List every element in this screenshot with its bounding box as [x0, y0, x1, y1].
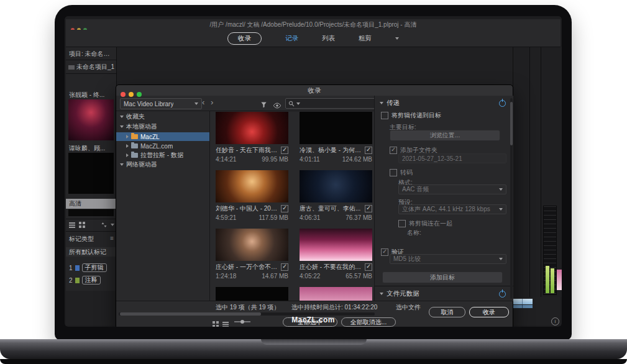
format-dropdown[interactable]: AAC 音频: [398, 184, 506, 194]
project-panel-header: 项目: 未命名项目: [69, 50, 115, 58]
stitch-checkbox[interactable]: [398, 220, 406, 227]
project-clip-thumbnail[interactable]: [68, 99, 114, 140]
hamburger-icon[interactable]: ≡: [110, 235, 114, 243]
window-title: /用户 /maczl/ 文稿 /Adobe/Prelude/10.0/Proje…: [66, 19, 561, 30]
expander-icon[interactable]: [120, 116, 124, 118]
browse-location-button[interactable]: 浏览位置...: [390, 130, 500, 141]
clip-card-partial[interactable]: [300, 287, 372, 301]
expander-icon[interactable]: [120, 125, 124, 128]
list-view-icon[interactable]: [69, 222, 75, 228]
clip-size: 117.59 MB: [259, 214, 288, 221]
tab-list[interactable]: 列表: [322, 34, 335, 43]
tree-item-network-drives[interactable]: 网络驱动器: [116, 160, 209, 169]
sort-menu-chevron-icon[interactable]: [111, 224, 114, 226]
expander-icon[interactable]: [126, 135, 129, 139]
project-clip-label[interactable]: 谭咏麟、顾...: [69, 144, 115, 153]
clip-thumbnail[interactable]: [216, 170, 288, 202]
clip-duration: 4:05:22: [300, 273, 320, 280]
verify-checkbox[interactable]: [381, 248, 388, 256]
marker-label[interactable]: 子剪辑: [82, 263, 107, 272]
marker-index: 1: [69, 265, 73, 271]
marker-color-chip: [75, 265, 80, 271]
project-clip-thumbnail[interactable]: [68, 209, 114, 216]
clip-thumbnail[interactable]: [216, 112, 288, 144]
clip-checkbox[interactable]: [365, 147, 372, 154]
filter-icon[interactable]: [260, 99, 267, 111]
clip-card-partial[interactable]: [216, 287, 288, 301]
stitch-row[interactable]: 将剪辑连在一起: [398, 219, 452, 228]
clip-thumbnail[interactable]: [216, 229, 288, 261]
power-icon[interactable]: [499, 291, 506, 298]
subfolder-name-field[interactable]: 2021-05-27_12-35-21: [398, 153, 506, 163]
thumbnail-view-icon[interactable]: [79, 222, 85, 228]
laptop-base: [0, 339, 627, 359]
clip-thumbnail[interactable]: [300, 229, 372, 261]
clip-card[interactable]: 冷漠、杨小曼 - 为何自... 4:01:11124.62 MB: [300, 112, 372, 163]
subfolder-checkbox[interactable]: [390, 147, 397, 154]
marker-types-header: 标记类型 ≡: [69, 235, 114, 243]
workspace-tab-bar: 收录 记录 列表 粗剪: [66, 30, 561, 47]
clip-checkbox[interactable]: [281, 263, 288, 271]
section-chevron-icon[interactable]: [380, 293, 383, 295]
clip-card[interactable]: 任妙音 - 天在下雨我在... 4:14:2199.95 MB: [216, 112, 288, 163]
clip-card[interactable]: 唐古、童可可、李佑... 4:06:3176.37 MB: [300, 170, 372, 221]
tab-logging[interactable]: 记录: [285, 34, 298, 43]
marker-label[interactable]: 注释: [82, 276, 101, 284]
expander-icon[interactable]: [120, 163, 124, 166]
clip-card[interactable]: 庄心妍 - 不要在我的伤... 4:05:2265.57 MB: [300, 229, 372, 280]
tree-item-local-drives[interactable]: 本地驱动器: [116, 122, 209, 131]
marker-row[interactable]: 1 子剪辑: [69, 263, 107, 272]
folder-icon: [131, 134, 138, 139]
clip-title: 刘德华 - 中国人 - 2011 ...: [216, 204, 279, 213]
clip-checkbox[interactable]: [365, 205, 372, 212]
file-metadata-header[interactable]: 文件元数据: [380, 289, 419, 298]
tree-item-maczl[interactable]: MacZL: [116, 132, 209, 141]
tree-item-laplace-data[interactable]: 拉普拉斯 - 数据: [116, 151, 209, 160]
chevron-down-icon: [499, 208, 503, 211]
project-clip-label-selected[interactable]: 高清: [66, 199, 116, 209]
tree-item-maczl-com[interactable]: MacZL.com: [116, 142, 209, 150]
folder-icon: [131, 143, 138, 148]
transcode-checkbox[interactable]: [390, 169, 397, 176]
add-target-button[interactable]: 添加目标: [382, 271, 503, 283]
section-chevron-icon[interactable]: [380, 102, 383, 104]
transcode-row[interactable]: 转码: [390, 168, 413, 177]
clip-checkbox[interactable]: [281, 147, 288, 154]
clip-checkbox[interactable]: [365, 263, 372, 271]
sort-icon[interactable]: [101, 222, 107, 228]
transfer-enable-row[interactable]: 将剪辑传递到目标: [381, 111, 441, 120]
power-icon[interactable]: [499, 100, 506, 107]
project-panel: 项目: 未命名项目 未命名项目_1 张靓颖 - 终... 谭咏麟、顾... 高清: [66, 47, 117, 291]
clip-card[interactable]: 庄心妍 - 一万个舍不得 -... 1:24:1814.67 MB: [216, 229, 288, 280]
tab-rough-cut[interactable]: 粗剪: [359, 34, 372, 43]
marker-set-label[interactable]: 所有默认标记: [66, 247, 116, 257]
verify-method-dropdown[interactable]: MD5 比较: [390, 254, 506, 264]
marker-row[interactable]: 2 注释: [69, 276, 101, 284]
project-view-controls: [69, 222, 114, 228]
laptop-base-notch: [261, 339, 367, 345]
tab-ingest[interactable]: 收录: [227, 32, 262, 45]
workspace-menu-chevron-icon[interactable]: [395, 37, 399, 40]
magnifier-icon: [288, 101, 295, 107]
forward-icon[interactable]: ›: [211, 98, 213, 107]
selected-count: 选中 19 项（共 19 项）: [216, 303, 280, 312]
expander-icon[interactable]: [126, 144, 129, 148]
eye-icon[interactable]: [273, 100, 281, 111]
back-icon[interactable]: ‹: [202, 98, 204, 107]
laptop-screen: /用户 /maczl/ 文稿 /Adobe/Prelude/10.0/Proje…: [65, 16, 562, 327]
chevron-down-icon: [195, 102, 198, 105]
transfer-checkbox[interactable]: [381, 112, 388, 119]
tree-item-favorites[interactable]: 收藏夹: [116, 112, 209, 121]
project-item[interactable]: 未命名项目_1: [68, 63, 114, 71]
transfer-scrollbar[interactable]: [510, 98, 513, 299]
transfer-header[interactable]: 传递: [380, 99, 400, 107]
source-dropdown[interactable]: Mac Video Library: [120, 98, 202, 109]
clip-checkbox[interactable]: [281, 205, 288, 212]
expander-icon[interactable]: [126, 153, 129, 157]
project-clip-label[interactable]: 张靓颖 - 终...: [69, 91, 115, 99]
clip-thumbnail[interactable]: [300, 170, 372, 202]
project-clip-thumbnail[interactable]: [68, 153, 114, 194]
preset-dropdown[interactable]: 立体声 AAC, 44.1 kHz 128 kbps: [398, 204, 506, 214]
clip-thumbnail[interactable]: [300, 112, 372, 144]
clip-card[interactable]: 刘德华 - 中国人 - 2011 ... 4:59:21117.59 MB: [216, 170, 288, 221]
